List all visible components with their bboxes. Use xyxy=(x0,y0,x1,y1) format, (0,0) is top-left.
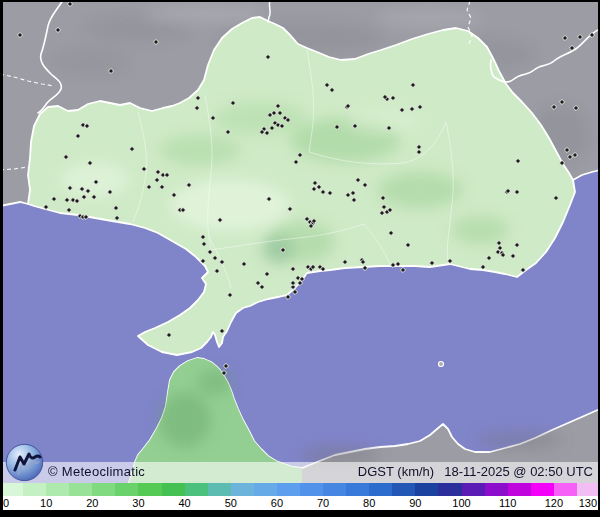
color-scale-block xyxy=(0,483,23,496)
color-scale-tick: 90 xyxy=(409,497,421,509)
map-frame-top xyxy=(0,0,600,2)
color-scale-block xyxy=(577,483,600,496)
product-label: DGST (km/h) xyxy=(358,464,434,479)
color-scale-tick: 70 xyxy=(317,497,329,509)
color-scale-tick: 60 xyxy=(271,497,283,509)
color-scale-block xyxy=(323,483,346,496)
color-scale-block xyxy=(115,483,138,496)
logo-sphere-icon xyxy=(5,443,44,482)
color-scale-block xyxy=(462,483,485,496)
color-scale-tick: 100 xyxy=(452,497,470,509)
color-scale-block xyxy=(138,483,161,496)
color-scale-block xyxy=(23,483,46,496)
wind-gust-color-scale xyxy=(0,483,600,496)
color-scale-tick: 20 xyxy=(86,497,98,509)
color-scale-block xyxy=(254,483,277,496)
color-scale-tick-labels: 0102030405060708090100110120130 xyxy=(0,496,600,510)
color-scale-tick: 50 xyxy=(225,497,237,509)
color-scale-block xyxy=(231,483,254,496)
color-scale-tick: 80 xyxy=(363,497,375,509)
color-scale-block xyxy=(369,483,392,496)
meteoclimatic-logo[interactable] xyxy=(5,443,44,482)
alboran-island xyxy=(439,362,444,367)
color-scale-block xyxy=(277,483,300,496)
timestamp-label: 18-11-2025 @ 02:50 UTC xyxy=(444,464,593,479)
color-scale-tick: 30 xyxy=(132,497,144,509)
color-scale-tick: 10 xyxy=(40,497,52,509)
color-scale-tick: 130 xyxy=(579,497,597,509)
color-scale-block xyxy=(162,483,185,496)
color-scale-tick: 0 xyxy=(3,497,9,509)
color-scale-block xyxy=(208,483,231,496)
color-scale-block xyxy=(508,483,531,496)
color-scale-block xyxy=(485,483,508,496)
color-scale-block xyxy=(415,483,438,496)
map-canvas xyxy=(0,0,600,517)
color-scale-block xyxy=(46,483,69,496)
color-scale-block xyxy=(92,483,115,496)
color-scale-tick: 120 xyxy=(545,497,563,509)
weather-map-window: © Meteoclimatic DGST (km/h)18-11-2025 @ … xyxy=(0,0,600,517)
color-scale-block xyxy=(554,483,577,496)
color-scale-block xyxy=(185,483,208,496)
color-scale-block xyxy=(300,483,323,496)
product-timestamp-label: DGST (km/h)18-11-2025 @ 02:50 UTC xyxy=(358,464,593,479)
copyright-label: © Meteoclimatic xyxy=(48,464,145,479)
color-scale-block xyxy=(69,483,92,496)
color-scale-block xyxy=(531,483,554,496)
color-scale-block xyxy=(346,483,369,496)
color-scale-block xyxy=(438,483,461,496)
map-frame-left xyxy=(0,0,3,517)
color-scale-tick: 40 xyxy=(178,497,190,509)
bottom-black-strip xyxy=(0,510,600,517)
color-scale-block xyxy=(392,483,415,496)
color-scale-tick: 110 xyxy=(499,497,517,509)
